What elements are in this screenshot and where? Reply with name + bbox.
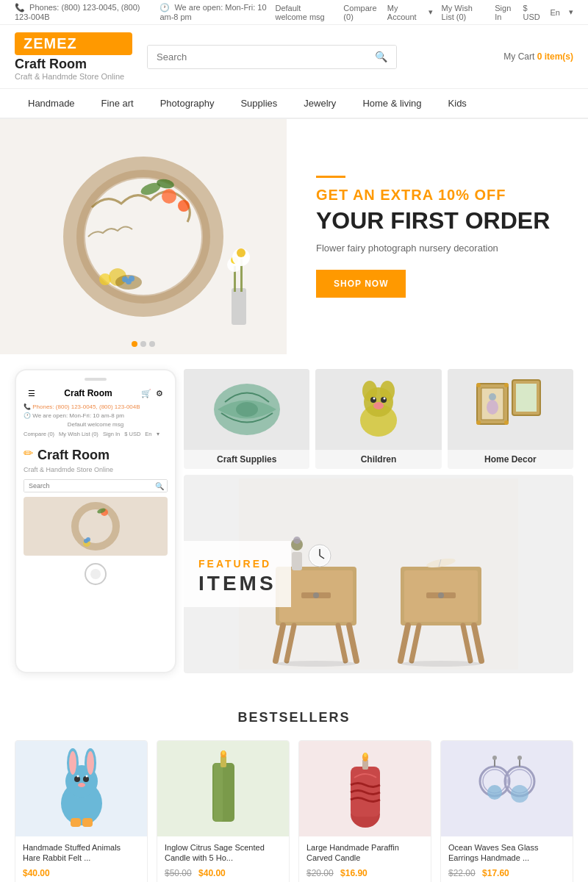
hero-image [0,119,287,354]
logo-badge: ZEMEZ [15,32,132,55]
search-bar[interactable]: 🔍 [147,45,397,69]
cart-icon-mobile[interactable]: 🛒 [141,389,151,398]
home-decor-image [448,369,573,450]
bestsellers-section: BESTSELLERS [0,688,588,882]
search-button[interactable]: 🔍 [366,46,396,68]
mobile-title: Craft Room [64,388,112,398]
language-selector[interactable]: En [551,8,560,17]
hero-section: GET AN EXTRA 10% OFF YOUR FIRST ORDER Fl… [0,119,588,354]
category-section: ☰ Craft Room 🛒 ⚙ 📞 Phones: (800) 123-004… [0,354,588,688]
category-children[interactable]: Children [315,369,441,469]
featured-items-label: FEATURED ITEMS [184,541,291,607]
product-name-2: Inglow Citrus Sage Scented Candle with 5… [165,842,282,864]
mobile-wishlist[interactable]: My Wish List (0) [59,431,98,437]
top-bar: 📞 Phones: (800) 123-0045, (800) 123-004B… [0,0,588,25]
svg-point-40 [487,400,498,415]
phone-icon: 📞 [15,3,25,12]
mobile-lang[interactable]: En [145,431,151,437]
mobile-currency[interactable]: $ USD [124,431,140,437]
svg-point-87 [85,775,87,778]
svg-point-58 [293,537,301,544]
bunny-svg [49,748,115,829]
category-home-decor[interactable]: Home Decor [448,369,573,469]
sign-in-link[interactable]: Sign In [495,4,514,21]
hero-title: YOUR FIRST ORDER [316,208,559,234]
wishlist-link[interactable]: My Wish List (0) [442,4,487,21]
svg-point-34 [373,398,375,400]
nav-kids[interactable]: Kids [435,89,480,118]
mobile-search[interactable]: 🔍 [24,479,168,492]
cart-label: My Cart [503,51,534,62]
mobile-home-button-area [24,563,168,585]
cart-count[interactable]: 0 item(s) [537,51,573,62]
shop-now-button[interactable]: SHOP NOW [316,270,406,298]
hamburger-icon[interactable]: ☰ [28,389,35,398]
wreath-svg [55,148,232,325]
products-grid-row1: Handmade Stuffed Animals Hare Rabbit Fel… [15,740,573,882]
my-account-link[interactable]: My Account [387,4,420,21]
mobile-top-bar: ☰ Craft Room 🛒 ⚙ [24,385,168,401]
svg-point-92 [222,750,225,755]
hero-content: GET AN EXTRA 10% OFF YOUR FIRST ORDER Fl… [287,119,588,354]
svg-rect-56 [292,552,302,570]
currency-selector[interactable]: $ USD [523,4,542,21]
compare-link[interactable]: Compare (0) [343,4,379,21]
gear-icon-mobile[interactable]: ⚙ [156,389,163,398]
site-title: Craft Room [15,57,132,72]
product-card-1: Handmade Stuffed Animals Hare Rabbit Fel… [15,740,148,882]
category-craft-supplies[interactable]: Craft Supplies [184,369,309,469]
svg-rect-12 [232,288,246,325]
craft-supplies-image [184,369,309,450]
furniture-banner: FEATURED ITEMS [184,475,573,673]
svg-point-45 [476,420,481,425]
svg-rect-42 [516,384,537,412]
mobile-signin[interactable]: Sign In [103,431,120,437]
dot-3[interactable] [149,341,155,347]
nav-handmade[interactable]: Handmade [15,89,88,118]
featured-items-text: ITEMS [198,572,276,595]
phone1-label: Phones: (800) 123-0045, [29,3,119,12]
mobile-search-input[interactable] [24,480,152,492]
nav-jewelry[interactable]: Jewelry [290,89,349,118]
mobile-compare[interactable]: Compare (0) [24,431,54,437]
search-input[interactable] [148,46,366,68]
product-info-2: Inglow Citrus Sage Scented Candle with 5… [157,836,289,882]
mobile-hours-label: We are open: Mon-Fri: 10 am-8 pm [32,412,124,419]
mobile-craft-sub: Craft & Handmde Store Online [24,466,168,473]
svg-point-66 [438,592,444,598]
product-image-3 [299,741,431,836]
green-candle-svg [201,748,245,829]
hero-description: Flower fairy photograph nursery decorati… [316,243,559,254]
nav-fineart[interactable]: Fine art [88,89,147,118]
nav-supplies[interactable]: Supplies [227,89,290,118]
dot-1[interactable] [132,341,137,347]
vase-svg [213,244,265,332]
svg-point-81 [74,776,80,782]
product-image-2 [157,741,289,836]
carved-candle-svg [340,748,391,829]
product-card-3: Large Handmade Paraffin Carved Candle $2… [298,740,431,882]
svg-point-46 [504,420,509,425]
svg-point-102 [492,756,497,760]
frames-svg [470,376,551,442]
svg-point-24 [86,537,90,542]
category-grid: Craft Supplies Children [184,369,573,673]
welcome-msg: Default welcome msg [275,4,334,21]
svg-point-73 [276,661,356,667]
svg-point-86 [76,775,79,778]
product-name-1: Handmade Stuffed Animals Hare Rabbit Fel… [23,842,140,864]
mobile-home-button[interactable] [85,563,107,585]
svg-point-3 [99,273,111,285]
home-decor-label: Home Decor [480,450,541,469]
dot-2[interactable] [140,341,146,347]
product-info-4: Ocean Waves Sea Glass Earrings Handmade … [441,836,573,882]
nav-photography[interactable]: Photography [147,89,228,118]
nav-homeliving[interactable]: Home & living [349,89,434,118]
top-bar-links: Default welcome msg Compare (0) My Accou… [275,4,573,21]
phone-info: 📞 Phones: (800) 123-0045, (800) 123-004B [15,3,148,21]
mobile-links: Compare (0) My Wish List (0) Sign In $ U… [24,431,168,437]
earrings-svg [474,748,540,829]
mobile-search-button[interactable]: 🔍 [152,480,167,492]
mobile-welcome: Default welcome msg [24,421,168,428]
mobile-hero-image [24,497,168,556]
